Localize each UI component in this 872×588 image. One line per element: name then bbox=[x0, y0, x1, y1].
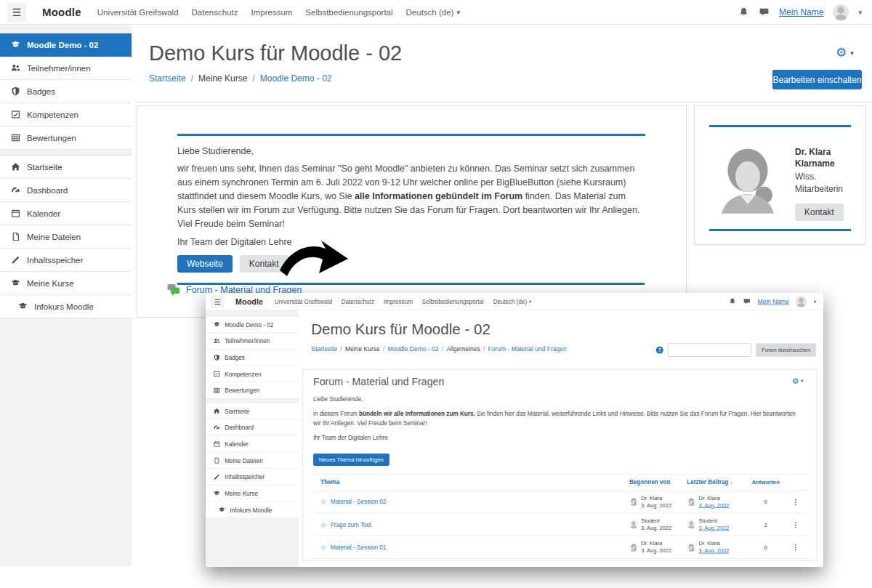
sidebar-item-kompetenzen[interactable]: Kompetenzen bbox=[0, 103, 132, 126]
table-icon bbox=[11, 133, 20, 142]
avatar[interactable] bbox=[687, 520, 695, 529]
moodle-brand[interactable]: Moodle bbox=[235, 297, 263, 306]
graduation-cap-icon bbox=[214, 490, 220, 496]
forum-settings-menu[interactable]: ⚙ ▾ bbox=[792, 376, 804, 384]
breadcrumb-forum[interactable]: Forum - Material und Fragen bbox=[488, 345, 567, 353]
moodle-brand[interactable]: Moodle bbox=[42, 6, 81, 18]
sidebar-item-infokurs[interactable]: Infokurs Moodle bbox=[0, 295, 132, 318]
last-post-link[interactable]: 3. Aug. 2022 bbox=[699, 525, 730, 531]
menu-icon[interactable]: ☰ bbox=[211, 294, 224, 307]
sidebar-item-bewertungen[interactable]: Bewertungen bbox=[206, 382, 299, 399]
breadcrumb-startseite[interactable]: Startseite bbox=[149, 73, 186, 84]
kebab-menu-icon[interactable]: ⋮ bbox=[792, 498, 799, 506]
breadcrumb-startseite[interactable]: Startseite bbox=[311, 345, 337, 353]
forum-search-button[interactable]: Foren durchsuchen bbox=[756, 343, 816, 356]
breadcrumb-course[interactable]: Moodle Demo - 02 bbox=[388, 345, 439, 353]
notifications-bell-icon[interactable] bbox=[738, 7, 749, 17]
header-begonnen-von[interactable]: Begonnen von bbox=[629, 479, 671, 486]
language-dropdown[interactable]: Deutsch (de)▾ bbox=[406, 8, 460, 17]
kebab-menu-icon[interactable]: ⋮ bbox=[792, 544, 799, 552]
graduation-cap-icon bbox=[214, 321, 220, 328]
notifications-bell-icon[interactable] bbox=[729, 297, 737, 305]
last-post-link[interactable]: 3. Aug. 2022 bbox=[699, 502, 730, 508]
sidebar-item-dashboard[interactable]: Dashboard bbox=[0, 179, 132, 202]
sidebar-item-infokurs[interactable]: Infokurs Moodle bbox=[206, 502, 299, 519]
user-avatar[interactable] bbox=[796, 296, 807, 307]
blue-divider bbox=[709, 125, 851, 127]
last-post-link[interactable]: 3. Aug. 2022 bbox=[699, 547, 730, 554]
sidebar-item-startseite[interactable]: Startseite bbox=[0, 156, 132, 179]
avatar[interactable] bbox=[687, 497, 695, 506]
user-menu-chevron-icon[interactable]: ▾ bbox=[814, 299, 816, 304]
sidebar-item-dashboard[interactable]: Dashboard bbox=[206, 419, 299, 436]
contact-button[interactable]: Kontakt bbox=[795, 204, 844, 221]
sidebar-item-kalender[interactable]: Kalender bbox=[206, 436, 299, 453]
avatar[interactable] bbox=[629, 543, 638, 552]
nav-link-datenschutz[interactable]: Datenschutz bbox=[342, 298, 374, 304]
nav-link-universitaet[interactable]: Universität Greifswald bbox=[275, 298, 332, 304]
help-icon[interactable]: ? bbox=[656, 347, 663, 354]
user-name-link[interactable]: Mein Name bbox=[779, 7, 823, 17]
new-topic-button[interactable]: Neues Thema hinzufügen bbox=[313, 454, 389, 466]
star-icon[interactable]: ☆ bbox=[320, 499, 326, 505]
blue-divider bbox=[177, 134, 645, 136]
sidebar-item-course[interactable]: Moodle Demo - 02 bbox=[0, 33, 132, 57]
topic-link[interactable]: Material - Session 02 bbox=[331, 499, 387, 505]
sidebar-item-meine-dateien[interactable]: Meine Dateien bbox=[0, 225, 132, 249]
sidebar-item-badges[interactable]: Badges bbox=[206, 350, 299, 366]
sidebar-item-startseite[interactable]: Startseite bbox=[206, 403, 299, 420]
messages-icon[interactable] bbox=[759, 7, 770, 17]
sidebar-item-kompetenzen[interactable]: Kompetenzen bbox=[206, 366, 299, 383]
sort-descending-icon[interactable]: ↓ bbox=[730, 480, 732, 486]
user-menu-chevron-icon[interactable]: ▾ bbox=[858, 9, 862, 16]
topic-link[interactable]: Frage zum Tool bbox=[331, 521, 371, 528]
nav-link-selbstbedienungsportal[interactable]: Selbstbedienungsportal bbox=[305, 8, 392, 17]
users-icon bbox=[11, 63, 20, 73]
star-icon[interactable]: ☆ bbox=[320, 544, 326, 550]
avatar[interactable] bbox=[629, 497, 638, 506]
course-settings-menu[interactable]: ⚙ ▾ bbox=[836, 47, 854, 59]
topic-link[interactable]: Material - Session 01 bbox=[331, 544, 387, 551]
sidebar-item-teilnehmer[interactable]: Teilnehmer/innen bbox=[206, 333, 299, 350]
avatar[interactable] bbox=[629, 520, 638, 529]
user-avatar[interactable] bbox=[833, 4, 849, 20]
sidebar-item-meine-dateien[interactable]: Meine Dateien bbox=[206, 453, 299, 470]
messages-icon[interactable] bbox=[743, 297, 751, 305]
course-section-card: Liebe Studierende, wir freuen uns sehr, … bbox=[137, 105, 687, 318]
graduation-cap-icon bbox=[219, 507, 225, 513]
nav-link-impressum[interactable]: Impressum bbox=[251, 8, 292, 17]
blue-divider bbox=[177, 283, 645, 285]
header-thema[interactable]: Thema bbox=[320, 479, 339, 486]
nav-link-datenschutz[interactable]: Datenschutz bbox=[192, 8, 238, 17]
edit-mode-button[interactable]: Bearbeiten einschalten bbox=[772, 70, 862, 89]
sidebar-item-teilnehmer[interactable]: Teilnehmer/innen bbox=[0, 57, 132, 80]
header-antworten: Antworten bbox=[746, 479, 784, 486]
menu-icon[interactable]: ☰ bbox=[7, 3, 26, 22]
replies-count: 0 bbox=[746, 499, 784, 505]
webseite-button[interactable]: Webseite bbox=[177, 255, 233, 273]
nav-link-universitaet[interactable]: Universität Greifswald bbox=[97, 8, 179, 17]
calendar-icon bbox=[11, 209, 20, 218]
overlay-nav-drawer: Moodle Demo - 02 Teilnehmer/innen Badges… bbox=[206, 310, 299, 567]
sidebar-item-course[interactable]: Moodle Demo - 02 bbox=[206, 317, 299, 334]
sidebar-item-inhaltsspeicher[interactable]: Inhaltsspeicher bbox=[206, 469, 299, 486]
user-name-link[interactable]: Mein Name bbox=[757, 298, 788, 305]
sidebar-item-badges[interactable]: Badges bbox=[0, 80, 132, 103]
star-icon[interactable]: ☆ bbox=[320, 521, 326, 528]
sidebar-item-bewertungen[interactable]: Bewertungen bbox=[0, 126, 132, 150]
header-letzter-beitrag[interactable]: Letzter Beitrag bbox=[687, 479, 728, 486]
kebab-menu-icon[interactable]: ⋮ bbox=[792, 521, 799, 529]
forum-search-input[interactable] bbox=[668, 343, 751, 356]
nav-link-impressum[interactable]: Impressum bbox=[384, 298, 413, 304]
nav-link-selbstbedienungsportal[interactable]: Selbstbedienungsportal bbox=[422, 298, 484, 304]
graduation-cap-icon bbox=[18, 302, 28, 311]
gear-icon: ⚙ bbox=[836, 47, 847, 59]
language-dropdown[interactable]: Deutsch (de)▾ bbox=[493, 298, 532, 304]
sidebar-item-meine-kurse[interactable]: Meine Kurse bbox=[206, 486, 299, 502]
sidebar-item-meine-kurse[interactable]: Meine Kurse bbox=[0, 272, 132, 295]
breadcrumb-course[interactable]: Moodle Demo - 02 bbox=[260, 73, 332, 84]
sidebar-item-kalender[interactable]: Kalender bbox=[0, 202, 132, 225]
avatar[interactable] bbox=[687, 543, 695, 552]
sidebar-item-inhaltsspeicher[interactable]: Inhaltsspeicher bbox=[0, 249, 132, 272]
forum-card: Forum - Material und Fragen ⚙ ▾ Liebe St… bbox=[302, 369, 817, 561]
